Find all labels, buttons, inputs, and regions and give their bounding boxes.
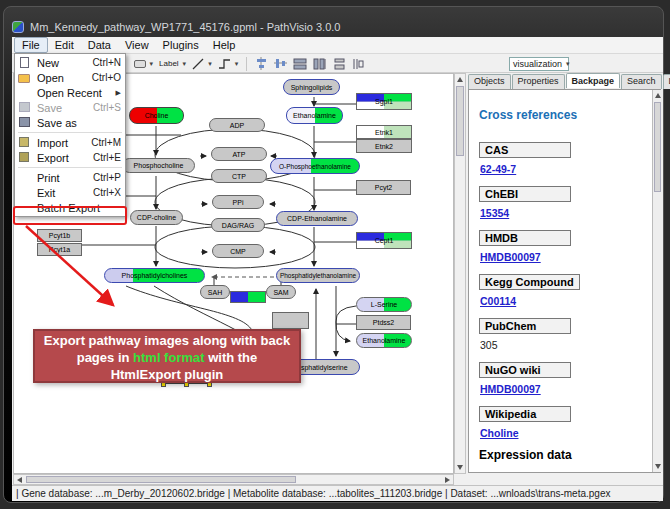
node-ptdss2[interactable]: Ptdss2 (356, 315, 411, 330)
batch-export-callout-box (13, 206, 127, 225)
node-adp[interactable]: ADP (209, 118, 265, 132)
node-cdp-choline[interactable]: CDP-choline (130, 210, 183, 225)
visualization-combobox[interactable]: visualization ▾ (509, 57, 569, 71)
node-pcyt2[interactable]: Pcyt2 (356, 180, 411, 195)
scrollbar-thumb[interactable] (654, 102, 661, 192)
align-center-icon (255, 57, 268, 70)
tab-search[interactable]: Search (621, 74, 662, 89)
scroll-up-icon[interactable] (655, 93, 661, 98)
menu-item-save[interactable]: Save Ctrl+S (15, 100, 125, 115)
node-pcyt1b[interactable]: Pcyt1b (37, 229, 82, 242)
toolbar-separator (246, 57, 247, 71)
xref-link[interactable]: HMDB00097 (480, 251, 650, 263)
menu-item-new[interactable]: New Ctrl+N (15, 55, 125, 70)
node-sphingolipids[interactable]: Sphingolipids (283, 79, 340, 95)
menu-file[interactable]: File (14, 37, 48, 53)
label-tool-button[interactable]: Label ▾ (159, 56, 186, 71)
xref-link[interactable]: 15354 (480, 207, 650, 219)
menu-item-print[interactable]: Print Ctrl+P (15, 170, 125, 185)
node-cept1[interactable]: Cept1 (356, 232, 412, 249)
menu-view[interactable]: View (118, 38, 156, 52)
submenu-arrow-icon: ▶ (116, 89, 121, 97)
sidebar-scrollbar[interactable] (652, 90, 663, 472)
menu-item-exit[interactable]: Exit Ctrl+X (15, 185, 125, 200)
menu-item-label: Import (37, 137, 91, 149)
xref-header: CAS (479, 142, 571, 158)
scroll-right-icon[interactable] (445, 477, 450, 483)
node-phosphatidylcholines[interactable]: Phosphatidylcholines (104, 268, 205, 283)
xref-section-cas: CAS 62-49-7 (479, 140, 650, 175)
node-ethanolamine-bottom[interactable]: Ethanolamine (356, 333, 412, 348)
common-height-button[interactable] (313, 56, 327, 71)
tab-legend[interactable]: Legend (663, 74, 670, 89)
node-o-phosphoethanolamine[interactable]: O-Phosphoethanolamine (270, 158, 360, 174)
node-cdp-ethanolamine[interactable]: CDP-Ethanolamine (276, 211, 358, 226)
node-pcyt1a[interactable]: Pcyt1a (37, 243, 82, 256)
import-icon (18, 137, 32, 148)
node-sgpl1[interactable]: Sgpl1 (356, 93, 412, 110)
node-cmp[interactable]: CMP (212, 244, 264, 258)
node-sah[interactable]: SAH (200, 285, 230, 299)
align-center-button[interactable] (255, 56, 268, 71)
xref-link[interactable]: HMDB00097 (480, 383, 650, 395)
xref-link[interactable]: C00114 (480, 295, 650, 307)
node-ppi[interactable]: PPi (212, 195, 264, 209)
title-bar[interactable]: Mm_Kennedy_pathway_WP1771_45176.gpml - P… (12, 17, 660, 37)
xref-header: HMDB (479, 230, 571, 246)
chevron-down-icon: ▾ (208, 60, 212, 68)
node-etnk1[interactable]: Etnk1 (356, 125, 412, 139)
node-ctp[interactable]: CTP (211, 169, 267, 183)
screenshot-root: Mm_Kennedy_pathway_WP1771_45176.gpml - P… (0, 0, 670, 509)
tab-properties[interactable]: Properties (512, 74, 565, 89)
common-width-button[interactable] (293, 56, 307, 71)
stack-horizontal-button[interactable] (352, 56, 365, 71)
align-middle-button[interactable] (274, 56, 287, 71)
tab-backpage[interactable]: Backpage (566, 73, 621, 88)
tab-objects[interactable]: Objects (468, 74, 511, 89)
menu-item-export[interactable]: Export Ctrl+E (15, 150, 125, 165)
file-menu-popup: New Ctrl+N Open Ctrl+O Open Recent ▶ Sav… (14, 53, 126, 217)
node-choline-top[interactable]: Choline (129, 107, 184, 124)
canvas-horizontal-scrollbar[interactable] (13, 474, 454, 485)
connector-tool-button[interactable]: ▾ (218, 56, 239, 71)
menu-help[interactable]: Help (206, 38, 243, 52)
node-pemt-partial[interactable] (230, 291, 266, 303)
scrollbar-thumb[interactable] (26, 476, 296, 483)
blank-icon (18, 172, 32, 183)
xref-header: ChEBI (479, 186, 571, 202)
node-dag[interactable]: DAG/RAG (211, 218, 265, 232)
scroll-down-icon[interactable] (457, 465, 463, 470)
line-tool-button[interactable]: ▾ (192, 56, 212, 71)
menu-item-import[interactable]: Import Ctrl+M (15, 135, 125, 150)
window-title: Mm_Kennedy_pathway_WP1771_45176.gpml - P… (30, 21, 340, 33)
menu-item-save-as[interactable]: Save as (15, 115, 125, 130)
menu-item-label: Open Recent (37, 87, 116, 99)
menu-item-label: Exit (37, 187, 93, 199)
datanode-tool-button[interactable]: ▾ (134, 56, 154, 71)
canvas-vertical-scrollbar[interactable] (454, 73, 466, 474)
xref-header: Wikipedia (479, 406, 571, 422)
connector-tool-icon (218, 58, 231, 70)
scroll-left-icon[interactable] (17, 477, 22, 483)
xref-link[interactable]: Choline (480, 427, 650, 439)
blank-icon (18, 87, 32, 98)
scrollbar-thumb[interactable] (456, 86, 464, 156)
node-pisd-partial[interactable] (272, 312, 309, 329)
xref-link[interactable]: 62-49-7 (480, 163, 650, 175)
menu-edit[interactable]: Edit (48, 38, 81, 52)
node-phosphocholine[interactable]: Phosphocholine (122, 158, 195, 173)
node-ethanolamine-top[interactable]: Ethanolamine (286, 107, 343, 124)
stack-vertical-button[interactable] (333, 56, 346, 71)
node-l-serine[interactable]: L-Serine (356, 297, 412, 312)
scroll-down-icon[interactable] (655, 464, 661, 469)
node-etnk2[interactable]: Etnk2 (356, 139, 412, 153)
node-sam[interactable]: SAM (266, 285, 296, 299)
menu-plugins[interactable]: Plugins (156, 38, 206, 52)
menu-item-open[interactable]: Open Ctrl+O (15, 70, 125, 85)
scroll-up-icon[interactable] (457, 77, 463, 82)
node-phosphatidylethanolamine[interactable]: Phosphatidylethanolamine (276, 268, 360, 283)
menu-data[interactable]: Data (81, 38, 118, 52)
menu-item-open-recent[interactable]: Open Recent ▶ (15, 85, 125, 100)
node-atp[interactable]: ATP (211, 147, 267, 161)
menu-item-shortcut: Ctrl+O (92, 72, 121, 83)
